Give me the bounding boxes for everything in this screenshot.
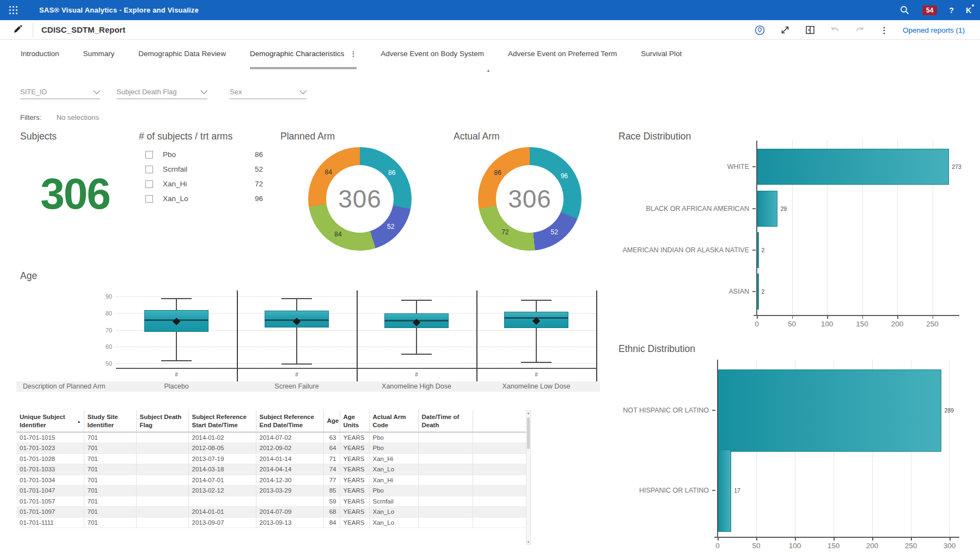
- help-icon[interactable]: ?: [949, 6, 954, 15]
- trt-arm-row-scrnfail[interactable]: Scrnfail52: [139, 162, 263, 177]
- x-tick-label: 100: [789, 542, 801, 550]
- category-label[interactable]: Xanomeline Low Dose: [502, 383, 570, 390]
- x-tick-label: 250: [905, 542, 917, 550]
- tab-summary[interactable]: Summary: [83, 40, 115, 69]
- planned-arm-title: Planned Arm: [280, 131, 335, 142]
- table-cell: 01-701-1033: [16, 464, 84, 475]
- table-scrollbar[interactable]: ▲ ▼: [526, 410, 531, 545]
- tab-demographic-characteristics[interactable]: Demographic Characteristics⋮: [250, 40, 357, 69]
- column-header-actual-arm-code[interactable]: Actual Arm Code: [369, 410, 418, 432]
- scroll-up-icon[interactable]: ▲: [526, 411, 530, 415]
- opened-reports-link[interactable]: Opened reports (1): [903, 26, 965, 34]
- redo-icon[interactable]: [855, 25, 866, 35]
- table-row[interactable]: 01-701-10337012014-03-182014-04-1474YEAR…: [16, 464, 526, 475]
- category-label[interactable]: Xanomeline High Dose: [382, 383, 451, 390]
- column-header-blank[interactable]: [473, 410, 526, 432]
- table-row[interactable]: 01-701-10347012014-07-012014-12-3077YEAR…: [16, 475, 526, 486]
- table-cell: 68: [323, 507, 340, 518]
- x-tick: [795, 538, 796, 541]
- tab-adverse-event-on-body-system[interactable]: Adverse Event on Body System: [381, 40, 484, 69]
- gridline: [950, 360, 950, 537]
- tab-adverse-event-on-preferred-term[interactable]: Adverse Event on Preferred Term: [508, 40, 617, 69]
- column-header-label: Subject Death Flag: [140, 414, 182, 428]
- toolbar-divider: [33, 23, 33, 37]
- table-cell: YEARS: [340, 443, 369, 454]
- column-header-age-units[interactable]: Age Units: [340, 410, 369, 432]
- table-row[interactable]: 01-701-10237012012-08-052012-09-0264YEAR…: [16, 443, 526, 454]
- checkbox[interactable]: [145, 166, 153, 173]
- edit-pencil-icon[interactable]: [12, 24, 24, 36]
- table-row[interactable]: 01-701-105770159YEARSScrnfail: [16, 496, 526, 507]
- race-distribution-title: Race Distribution: [618, 131, 691, 142]
- table-cell: 84: [323, 517, 340, 528]
- table-cell: 2014-07-09: [256, 507, 323, 518]
- bar-not-hispanic-or-latino[interactable]: [718, 369, 941, 452]
- checkbox[interactable]: [145, 195, 153, 203]
- trt-arm-row-xan_lo[interactable]: Xan_Lo96: [139, 191, 263, 206]
- bar-asian[interactable]: [757, 274, 759, 310]
- table-row[interactable]: 01-701-10157012014-01-022014-07-0263YEAR…: [16, 432, 526, 443]
- table-cell: [418, 496, 473, 507]
- x-tick: [834, 538, 835, 541]
- filter-dropdown-sex[interactable]: Sex: [230, 84, 307, 99]
- scrollbar-thumb[interactable]: [527, 417, 530, 449]
- table-row[interactable]: 01-701-10477012013-02-122013-03-2985YEAR…: [16, 486, 526, 496]
- category-label[interactable]: Screen Failure: [274, 383, 318, 390]
- checkbox[interactable]: [145, 151, 153, 159]
- category-label[interactable]: Placebo: [164, 383, 188, 390]
- table-cell: Pbo: [369, 443, 418, 454]
- value-label: 289: [944, 407, 954, 414]
- table-row[interactable]: 01-701-11117012013-09-072013-09-1384YEAR…: [16, 517, 526, 528]
- filter-dropdown-site-id[interactable]: SITE_ID: [20, 84, 100, 99]
- user-avatar[interactable]: K: [966, 6, 971, 15]
- report-info-pin-icon[interactable]: [755, 25, 765, 35]
- table-row[interactable]: 01-701-10977012014-01-012014-07-0968YEAR…: [16, 507, 526, 518]
- maximize-icon[interactable]: [780, 25, 791, 35]
- table-cell: [136, 507, 188, 518]
- column-header-subject-death-flag[interactable]: Subject Death Flag: [136, 410, 188, 432]
- undo-icon[interactable]: [830, 25, 841, 35]
- tab-survival-plot[interactable]: Survival Plot: [641, 40, 682, 69]
- column-header-subject-reference-start-date-time[interactable]: Subject Reference Start Date/Time: [188, 410, 256, 432]
- toolbar-menu-icon[interactable]: ⋮: [880, 25, 889, 35]
- scroll-down-icon[interactable]: ▼: [526, 541, 530, 544]
- tab-demographic-data-review[interactable]: Demographic Data Review: [138, 40, 226, 69]
- table-cell: Xan_Lo: [369, 517, 418, 528]
- avatar-status-dot: [972, 4, 974, 7]
- bar-black-or-african-american[interactable]: [757, 191, 777, 227]
- search-icon[interactable]: [899, 5, 910, 16]
- filter-dropdown-death-flag[interactable]: Subject Death Flag: [117, 84, 207, 99]
- app-title: SAS® Visual Analytics - Explore and Visu…: [39, 6, 199, 14]
- column-header-subject-reference-end-date-time[interactable]: Subject Reference End Date/Time: [256, 410, 323, 432]
- table-cell: YEARS: [340, 486, 369, 496]
- value-label: 17: [734, 487, 740, 494]
- bar-american-indian-or-alaska-native[interactable]: [757, 232, 759, 268]
- column-header-age[interactable]: Age: [323, 410, 340, 432]
- panel-separator: [596, 290, 597, 391]
- tab-menu-icon[interactable]: ⋮: [350, 50, 357, 58]
- x-tick: [862, 316, 863, 319]
- trt-arm-row-pbo[interactable]: Pbo86: [139, 147, 263, 162]
- chevron-down-icon: [200, 87, 207, 94]
- column-header-unique-subject-identifier[interactable]: Unique Subject Identifier▲: [16, 410, 84, 432]
- planned-arm-donut[interactable]: 30686528484: [308, 147, 412, 251]
- category-label: NOT HISPANIC OR LATINO: [513, 407, 709, 414]
- checkbox[interactable]: [145, 180, 153, 188]
- tab-introduction[interactable]: Introduction: [21, 40, 59, 69]
- table-cell: Xan_Hi: [369, 453, 418, 464]
- bar-white[interactable]: [757, 149, 949, 185]
- x-tick-label: 50: [752, 542, 760, 550]
- table-cell: 2013-09-13: [256, 517, 323, 528]
- subjects-table: Unique Subject Identifier▲Study Site Ide…: [16, 410, 532, 548]
- column-header-date-time-of-death[interactable]: Date/Time of Death: [418, 410, 473, 432]
- app-grid-icon[interactable]: [9, 6, 17, 14]
- table-row[interactable]: 01-701-10287012013-07-192014-01-1471YEAR…: [16, 453, 526, 464]
- trt-arm-row-xan_hi[interactable]: Xan_Hi72: [139, 177, 263, 191]
- trt-arm-count: 52: [255, 165, 263, 173]
- notification-badge[interactable]: 54: [922, 5, 937, 15]
- collapse-prompts-icon[interactable]: ▲: [486, 68, 491, 73]
- bar-hispanic-or-latino[interactable]: [718, 450, 731, 532]
- column-header-study-site-identifier[interactable]: Study Site Identifier: [84, 410, 136, 432]
- panel-toggle-icon[interactable]: [805, 25, 816, 35]
- table-cell: [136, 432, 188, 443]
